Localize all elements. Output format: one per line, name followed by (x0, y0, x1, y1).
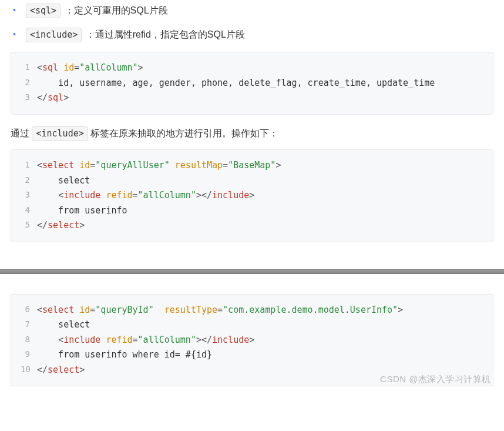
code-line: 9 from userinfo where id= #{id} (21, 348, 486, 363)
code-chip: <include> (26, 28, 82, 42)
code-content: select (37, 173, 486, 189)
article-content: 6<select id="queryById" resultType="com.… (0, 294, 504, 396)
code-line: 1<select id="queryAllUser" resultMap="Ba… (21, 158, 486, 173)
para-suffix: 标签在原来抽取的地方进行引用。操作如下： (88, 128, 278, 138)
code-line: 2 select (21, 173, 486, 189)
line-number: 5 (21, 218, 37, 233)
code-line: 2 id, username, age, gender, phone, dele… (21, 76, 486, 91)
line-number: 3 (21, 188, 37, 203)
code-line: 5</select> (21, 218, 486, 233)
line-number: 6 (21, 303, 37, 318)
code-content: </select> (37, 218, 486, 233)
code-content: from userinfo (37, 203, 486, 219)
line-number: 9 (21, 348, 37, 363)
code-line: 4 from userinfo (21, 203, 486, 219)
code-line: 8 <include refid="allColumn"></include> (21, 333, 486, 348)
code-content: <select id="queryAllUser" resultMap="Bas… (37, 158, 486, 173)
bullet-desc: ：定义可重用的SQL片段 (65, 5, 168, 15)
code-line: 7 select (21, 318, 486, 333)
code-line: 3 <include refid="allColumn"></include> (21, 188, 486, 203)
code-line: 1<sql id="allColumn"> (21, 61, 486, 76)
code-chip: <include> (32, 126, 88, 141)
bullet-list: <sql> ：定义可重用的SQL片段 <include> ：通过属性refid，… (11, 2, 493, 42)
line-number: 1 (21, 158, 37, 173)
code-content: <select id="queryById" resultType="com.e… (37, 303, 486, 318)
code-block-2[interactable]: 1<select id="queryAllUser" resultMap="Ba… (11, 149, 493, 242)
line-number: 8 (21, 333, 37, 348)
code-content: <include refid="allColumn"></include> (37, 333, 486, 348)
code-content: </select> (37, 363, 486, 378)
line-number: 7 (21, 318, 37, 333)
line-number: 1 (21, 61, 37, 76)
code-chip: <sql> (26, 4, 61, 18)
line-number: 2 (21, 76, 37, 91)
article-content: <sql> ：定义可重用的SQL片段 <include> ：通过属性refid，… (0, 0, 504, 252)
code-content: id, username, age, gender, phone, delete… (37, 76, 486, 91)
code-line: 3</sql> (21, 91, 486, 106)
code-line: 6<select id="queryById" resultType="com.… (21, 303, 486, 318)
bullet-desc: ：通过属性refid，指定包含的SQL片段 (86, 29, 245, 39)
code-content: </sql> (37, 91, 486, 106)
line-number: 2 (21, 173, 37, 189)
code-block-3[interactable]: 6<select id="queryById" resultType="com.… (11, 294, 493, 387)
line-number: 4 (21, 203, 37, 219)
code-content: from userinfo where id= #{id} (37, 348, 486, 363)
code-content: select (37, 318, 486, 333)
para-prefix: 通过 (11, 128, 32, 138)
code-content: <sql id="allColumn"> (37, 61, 486, 76)
code-content: <include refid="allColumn"></include> (37, 188, 486, 203)
section-divider (0, 269, 504, 274)
line-number: 10 (21, 363, 37, 378)
line-number: 3 (21, 91, 37, 106)
bullet-item: <sql> ：定义可重用的SQL片段 (11, 2, 493, 18)
bullet-item: <include> ：通过属性refid，指定包含的SQL片段 (11, 26, 493, 42)
code-block-1[interactable]: 1<sql id="allColumn">2 id, username, age… (11, 52, 493, 115)
paragraph: 通过 <include> 标签在原来抽取的地方进行引用。操作如下： (11, 125, 493, 141)
code-line: 10</select> (21, 363, 486, 378)
